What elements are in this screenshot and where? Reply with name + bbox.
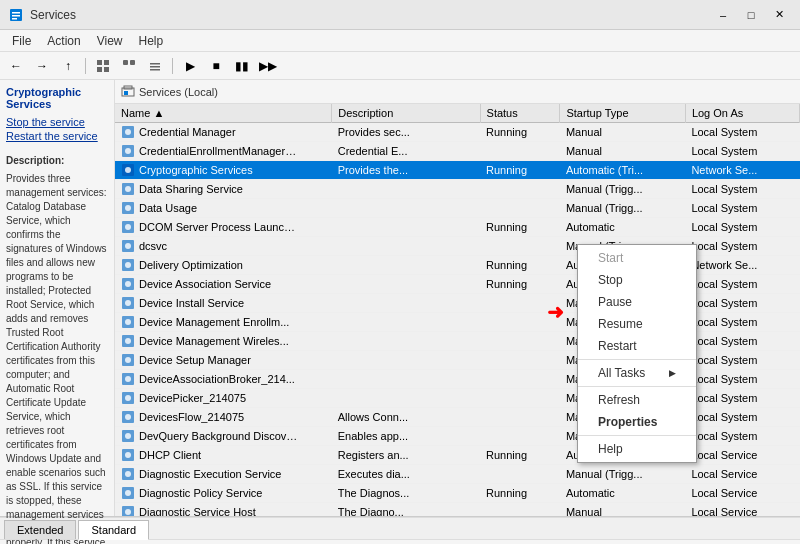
service-logon: Local System [685,294,799,313]
menu-help[interactable]: Help [131,32,172,50]
context-menu-separator [578,435,696,436]
menu-file[interactable]: File [4,32,39,50]
table-row[interactable]: Diagnostic Policy ServiceThe Diagnos...R… [115,484,800,503]
toolbar-btn2[interactable] [117,55,141,77]
services-table: Name ▲ Description Status Startup Type L… [115,104,800,516]
toolbar-restart[interactable]: ▶▶ [256,55,280,77]
service-name: DeviceAssociationBroker_214... [139,373,295,385]
stop-service-link[interactable]: Stop the service [6,116,108,128]
svg-point-29 [125,243,131,249]
service-status [480,237,560,256]
service-startup: Automatic [560,218,685,237]
service-logon: Local System [685,370,799,389]
toolbar-btn3[interactable] [143,55,167,77]
svg-point-27 [125,224,131,230]
service-description: Allows Conn... [332,408,480,427]
service-icon [121,258,135,272]
service-name: Device Setup Manager [139,354,251,366]
table-row[interactable]: Diagnostic Service HostThe Diagno...Manu… [115,503,800,517]
context-menu-item-pause[interactable]: Pause [578,291,696,313]
table-row[interactable]: Diagnostic Execution ServiceExecutes dia… [115,465,800,484]
context-menu-item-restart[interactable]: Restart [578,335,696,357]
table-row[interactable]: Data Sharing ServiceManual (Trigg...Loca… [115,180,800,199]
svg-point-19 [125,148,131,154]
service-status [480,503,560,517]
toolbar-forward[interactable]: → [30,55,54,77]
table-row[interactable]: DCOM Server Process LauncherRunningAutom… [115,218,800,237]
context-menu-separator [578,386,696,387]
table-row[interactable]: Data UsageManual (Trigg...Local System [115,199,800,218]
toolbar-back[interactable]: ← [4,55,28,77]
col-header-name[interactable]: Name ▲ [115,104,332,123]
svg-point-55 [125,490,131,496]
context-menu-item-resume[interactable]: Resume [578,313,696,335]
service-status: Running [480,275,560,294]
service-description: Enables app... [332,427,480,446]
maximize-button[interactable]: □ [738,5,764,25]
menu-bar: File Action View Help [0,30,800,52]
svg-point-53 [125,471,131,477]
service-icon [121,391,135,405]
service-description [332,237,480,256]
menu-action[interactable]: Action [39,32,88,50]
service-icon [121,220,135,234]
minimize-button[interactable]: – [710,5,736,25]
toolbar-stop[interactable]: ■ [204,55,228,77]
svg-rect-5 [104,60,109,65]
service-logon: Network Se... [685,161,799,180]
table-row[interactable]: CredentialEnrollmentManagerUserSvc_...Cr… [115,142,800,161]
toolbar-btn1[interactable] [91,55,115,77]
service-description [332,199,480,218]
restart-service-link[interactable]: Restart the service [6,130,108,142]
service-logon: Local System [685,332,799,351]
service-icon [121,296,135,310]
context-menu-item-stop[interactable]: Stop [578,269,696,291]
left-panel-title: Cryptographic Services [6,86,108,110]
toolbar-up[interactable]: ↑ [56,55,80,77]
service-name: Device Management Wireles... [139,335,289,347]
service-status [480,408,560,427]
service-status [480,180,560,199]
svg-rect-7 [104,67,109,72]
context-menu-item-properties[interactable]: Properties [578,411,696,433]
context-menu-item-all-tasks[interactable]: All Tasks▶ [578,362,696,384]
service-logon: Local Service [685,484,799,503]
table-row[interactable]: Cryptographic ServicesProvides the...Run… [115,161,800,180]
service-icon [121,448,135,462]
context-menu-item-refresh[interactable]: Refresh [578,389,696,411]
col-header-description[interactable]: Description [332,104,480,123]
toolbar-pause[interactable]: ▮▮ [230,55,254,77]
service-status [480,199,560,218]
svg-rect-6 [97,67,102,72]
service-icon [121,353,135,367]
service-status: Running [480,446,560,465]
col-header-startup[interactable]: Startup Type [560,104,685,123]
menu-view[interactable]: View [89,32,131,50]
service-name: Diagnostic Service Host [139,506,256,516]
svg-point-45 [125,395,131,401]
service-name: DHCP Client [139,449,201,461]
bottom-area: Extended Standard Stop and Start service… [0,516,800,544]
service-status: Running [480,218,560,237]
toolbar-play[interactable]: ▶ [178,55,202,77]
toolbar: ← → ↑ ▶ ■ ▮▮ ▶▶ [0,52,800,80]
service-name: Device Association Service [139,278,271,290]
context-menu-item-help[interactable]: Help [578,438,696,460]
service-name: Diagnostic Execution Service [139,468,281,480]
service-description [332,218,480,237]
tab-standard[interactable]: Standard [78,520,149,540]
service-startup: Manual (Trigg... [560,465,685,484]
svg-point-31 [125,262,131,268]
address-bar: Services (Local) [115,80,800,104]
col-header-status[interactable]: Status [480,104,560,123]
tab-extended[interactable]: Extended [4,520,76,539]
close-button[interactable]: ✕ [766,5,792,25]
services-table-container[interactable]: Name ▲ Description Status Startup Type L… [115,104,800,516]
col-header-logon[interactable]: Log On As [685,104,799,123]
service-logon: Local System [685,351,799,370]
table-row[interactable]: Credential ManagerProvides sec...Running… [115,123,800,142]
svg-point-17 [125,129,131,135]
service-logon: Local Service [685,446,799,465]
service-name: Data Sharing Service [139,183,243,195]
service-description [332,389,480,408]
